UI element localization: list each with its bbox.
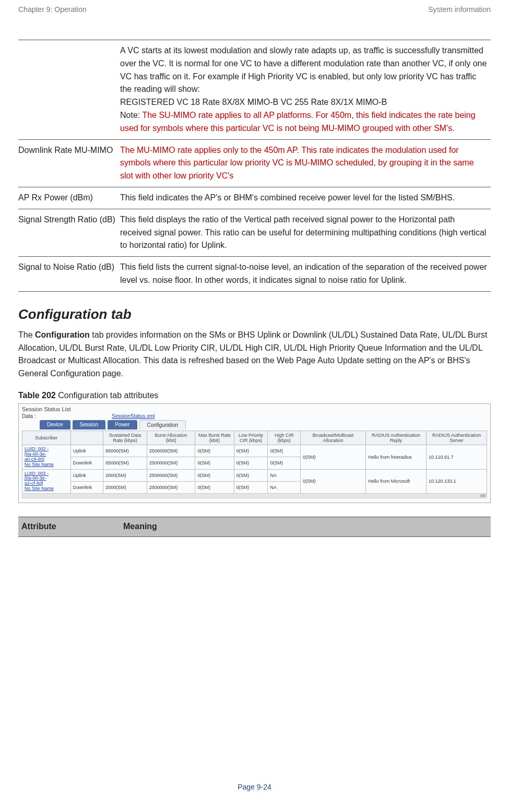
cell-bma: 0(SM) [301,469,366,494]
sub-line: No Site Name [25,486,68,492]
cell-mbr: 0(SM) [195,481,234,493]
cell-rar: Hello from freeradius [366,445,427,469]
col-blank [70,431,103,445]
attr-body: A VC starts at its lowest modulation and… [120,46,487,106]
cell-ba: 2500000(SM) [147,481,195,493]
tab-power[interactable]: Power [108,420,137,429]
attr-desc: The MU-MIMO rate applies only to the 450… [120,139,491,187]
tab-session[interactable]: Session [73,420,106,429]
cell-lpc: 0(SM) [234,469,268,481]
attr-name: Signal to Noise Ratio (dB) [18,257,120,292]
cell-dir: Downlink [70,457,103,469]
cell-sdr: 2000(SM) [103,481,147,493]
sub-line: No Site Name [25,462,68,468]
cell-mbr: 0(SM) [195,457,234,469]
tab-row: Device Session Power Configuration [40,420,487,429]
data-line: Data : SessionStatus.xml [22,413,487,419]
page-number: Page 9-24 [238,783,271,791]
cell-mbr: 0(SM) [195,469,234,481]
col-rar: RADIUS Authentication Reply [366,431,427,445]
attr-desc: A VC starts at its lowest modulation and… [120,40,491,140]
header-meaning: Meaning [120,517,491,537]
cell-hc: 0(SM) [268,445,301,457]
attr-desc: This field lists the current signal-to-n… [120,257,491,292]
caption-rest: Configuration tab attributes [56,391,159,400]
cell-subscriber[interactable]: LUID: 003 - [0a-00-3e- a2-cf-8d] No Site… [22,469,71,494]
col-sdr: Sustained Data Rate (kbps) [103,431,147,445]
cell-ras: 10.120.133.1 [427,469,487,494]
cell-lpc: 0(SM) [234,445,268,457]
cell-hc: NA [268,469,301,481]
cell-subscriber[interactable]: LUID: 002 - [0a-00-3e- a0-c8-80] No Site… [22,445,71,469]
horizontal-scrollbar[interactable] [22,493,487,498]
attr-name [18,40,120,140]
attr-name: Downlink Rate MU-MIMO [18,139,120,187]
data-link[interactable]: SessionStatus.xml [112,413,155,419]
attribute-table-2: Attribute Meaning [18,517,491,537]
para-bold: Configuration [35,330,90,339]
panel-title: Session Status List [22,406,487,412]
cell-dir: Uplink [70,445,103,457]
note-red: The SU-MIMO rate applies to all AP platf… [120,111,476,133]
attr-name: Signal Strength Ratio (dB) [18,209,120,256]
page-footer: Page 9-24 [0,783,509,791]
caption-bold: Table 202 [18,391,56,400]
table-caption: Table 202 Configuration tab attributes [18,391,491,400]
cell-ba: 2500000(SM) [147,445,195,457]
header-attribute: Attribute [18,517,120,537]
config-grid: Subscriber Sustained Data Rate (kbps) Bu… [22,431,487,494]
attribute-table-1: A VC starts at its lowest modulation and… [18,40,491,292]
cell-lpc: 0(SM) [234,457,268,469]
col-bma: Broadcast/Multicast Allocation [301,431,366,445]
cell-hc: NA [268,481,301,493]
cell-dir: Downlink [70,481,103,493]
attr-desc: This field indicates the AP's or BHM's c… [120,187,491,209]
cell-dir: Uplink [70,469,103,481]
page-header: Chapter 9: Operation System information [18,5,491,14]
attr-desc: This field displays the ratio of the Ver… [120,209,491,256]
cell-lpc: 0(SM) [234,481,268,493]
header-left: Chapter 9: Operation [18,5,87,14]
note-prefix: Note: [120,111,142,120]
grid-header-row: Subscriber Sustained Data Rate (kbps) Bu… [22,431,487,445]
header-right: System information [428,5,491,14]
col-ras: RADIUS Authentication Server [427,431,487,445]
section-paragraph: The Configuration tab provides informati… [18,329,491,380]
attr-name: AP Rx Power (dBm) [18,187,120,209]
col-subscriber: Subscriber [22,431,71,445]
attr-body-red: The MU-MIMO rate applies only to the 450… [120,146,474,181]
section-heading: Configuration tab [18,306,491,323]
col-ba: Burst Allocation (kbit) [147,431,195,445]
cell-ba: 2500000(SM) [147,469,195,481]
cell-mbr: 0(SM) [195,445,234,457]
data-label: Data : [22,413,36,419]
tab-configuration[interactable]: Configuration [139,420,186,429]
cell-sdr: 65000(SM) [103,445,147,457]
tab-device[interactable]: Device [40,420,70,429]
cell-sdr: 2000(SM) [103,469,147,481]
para-prefix: The [18,330,35,339]
screenshot-figure: Session Status List Data : SessionStatus… [18,403,491,503]
cell-ba: 2500000(SM) [147,457,195,469]
cell-rar: Hello from Microsoft [366,469,427,494]
cell-bma: 0(SM) [301,445,366,469]
col-lpc: Low Priority CIR (kbps) [234,431,268,445]
cell-hc: 0(SM) [268,457,301,469]
cell-ras: 10.110.61.7 [427,445,487,469]
table-row: LUID: 003 - [0a-00-3e- a2-cf-8d] No Site… [22,469,487,481]
col-hc: High CIR (kbps) [268,431,301,445]
table-row: LUID: 002 - [0a-00-3e- a0-c8-80] No Site… [22,445,487,457]
cell-sdr: 65000(SM) [103,457,147,469]
scrollbar-thumb[interactable] [480,494,486,497]
attr-header-row: Attribute Meaning [18,517,491,537]
col-mbr: Max Burst Rate (kbit) [195,431,234,445]
